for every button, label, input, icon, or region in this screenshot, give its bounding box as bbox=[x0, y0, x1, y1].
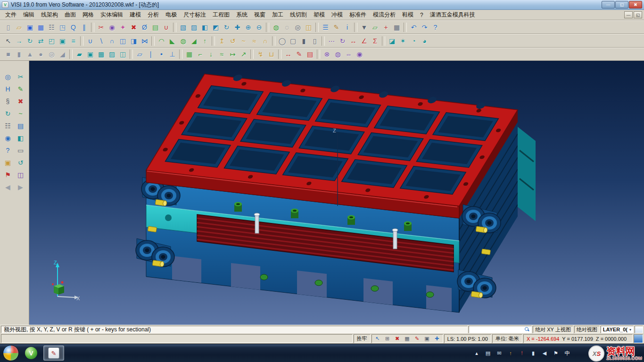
layer-combo[interactable]: LAYER_0( ▾ bbox=[601, 326, 634, 333]
cycle-arrows-icon[interactable]: ↻ bbox=[2, 108, 14, 119]
undo-icon[interactable]: ↶ bbox=[408, 22, 419, 33]
mdi-restore-button[interactable]: ◱ bbox=[634, 11, 642, 18]
grid-mode-icon[interactable]: ▦ bbox=[403, 335, 412, 343]
mold-base-icon[interactable]: ▦ bbox=[184, 49, 195, 60]
zoom-window-icon[interactable]: ◎ bbox=[2, 71, 14, 82]
cylinder-primitive-icon[interactable]: ▮ bbox=[14, 49, 25, 60]
help-icon[interactable]: ? bbox=[430, 22, 441, 33]
boolean-subtract-icon[interactable]: ∖ bbox=[96, 35, 107, 47]
menu-shoe-mold[interactable]: 鞋模 bbox=[399, 10, 417, 20]
erase-icon[interactable]: ✖ bbox=[15, 96, 26, 107]
selection-filter-icon[interactable]: ▼ bbox=[359, 22, 370, 33]
parting-surface-icon[interactable]: ⌐ bbox=[195, 49, 206, 60]
chamfer-icon[interactable]: ◣ bbox=[167, 35, 178, 47]
extrude-icon[interactable]: ↥ bbox=[216, 35, 227, 47]
menu-help[interactable]: ? bbox=[417, 11, 427, 19]
scissors-trim-icon[interactable]: ✂ bbox=[15, 71, 26, 82]
bom-table-icon[interactable]: ▤ bbox=[305, 49, 315, 60]
workplane-icon[interactable]: ▱ bbox=[370, 22, 380, 33]
image-capture-icon[interactable]: ◫ bbox=[15, 169, 26, 181]
calculator-icon[interactable]: ▤ bbox=[150, 22, 161, 33]
split-body-icon[interactable]: ◫ bbox=[117, 35, 128, 47]
menu-drawing[interactable]: 工程图 bbox=[209, 10, 233, 20]
datum-point-icon[interactable]: • bbox=[156, 49, 167, 60]
snapshot-icon[interactable]: ◉ bbox=[354, 49, 365, 60]
redo-icon[interactable]: ↷ bbox=[419, 22, 430, 33]
edit-curve-icon[interactable]: ~ bbox=[15, 108, 26, 119]
nav-back-icon[interactable]: ◀ bbox=[2, 181, 14, 193]
solid-from-profile-icon[interactable]: ▰ bbox=[74, 49, 85, 60]
datum-axis-icon[interactable]: | bbox=[145, 49, 156, 60]
view-side-icon[interactable]: ◧ bbox=[199, 22, 210, 33]
menu-mold-flow[interactable]: 模流分析 bbox=[370, 10, 399, 20]
mdi-minimize-button[interactable]: — bbox=[624, 11, 633, 18]
messenger-tray-icon[interactable]: ✉ bbox=[495, 348, 504, 358]
wedge-primitive-icon[interactable]: ◢ bbox=[57, 49, 68, 60]
rib-icon[interactable]: ▯ bbox=[309, 35, 320, 47]
attributes-icon[interactable]: ✎ bbox=[331, 22, 342, 33]
cavity-icon[interactable]: ▩ bbox=[96, 49, 107, 60]
menu-wire-edm[interactable]: 线切割 bbox=[287, 10, 310, 20]
torus-primitive-icon[interactable]: ◎ bbox=[46, 49, 57, 60]
nav-forward-icon[interactable]: ▶ bbox=[15, 181, 26, 193]
ime-ch-icon[interactable]: 中 bbox=[563, 348, 571, 358]
mass-properties-icon[interactable]: Σ bbox=[370, 35, 380, 47]
box-primitive-icon[interactable]: ■ bbox=[3, 49, 14, 60]
layer-color-swatch[interactable] bbox=[635, 326, 643, 333]
viewport-3d[interactable]: Z Z X bbox=[29, 61, 644, 325]
shell-icon[interactable]: ◍ bbox=[178, 35, 189, 47]
open-file-icon[interactable]: ▱ bbox=[14, 22, 25, 33]
view-top-icon[interactable]: ▧ bbox=[178, 22, 189, 33]
electrode-holder-icon[interactable]: ⊔ bbox=[266, 49, 277, 60]
save-icon[interactable]: ▣ bbox=[25, 22, 35, 33]
measure-icon[interactable]: Ø bbox=[139, 22, 150, 33]
flag-icon[interactable]: ⚑ bbox=[2, 169, 14, 181]
cut-icon[interactable]: ✂ bbox=[96, 22, 107, 33]
camera-icon[interactable]: ◉ bbox=[107, 22, 117, 33]
clamp-toggle[interactable]: 拴牢 bbox=[354, 334, 371, 343]
zoom-out-icon[interactable]: ⊖ bbox=[254, 22, 264, 33]
measure-h-icon[interactable]: H bbox=[2, 83, 14, 95]
select-icon[interactable]: ↖ bbox=[3, 35, 14, 47]
properties-icon[interactable]: i bbox=[342, 22, 353, 33]
status-corner-icon[interactable] bbox=[634, 334, 643, 343]
update-tray-icon[interactable]: ↑ bbox=[506, 348, 515, 358]
menu-mesh[interactable]: 网格 bbox=[79, 10, 97, 20]
lifter-icon[interactable]: ↗ bbox=[238, 49, 249, 60]
pattern-linear-icon[interactable]: ⋯ bbox=[326, 35, 337, 47]
network-tray-icon[interactable]: ▮ bbox=[529, 348, 537, 358]
shaded-view-icon[interactable]: ◍ bbox=[271, 22, 281, 33]
grid-toggle-icon[interactable]: ▦ bbox=[391, 22, 402, 33]
pause-icon[interactable]: ∥ bbox=[79, 22, 90, 33]
layer-lock-icon[interactable]: ▣ bbox=[422, 335, 432, 343]
add-mode-icon[interactable]: ✚ bbox=[432, 335, 442, 343]
pocket-icon[interactable]: ▢ bbox=[288, 35, 298, 47]
trim-body-icon[interactable]: ◨ bbox=[128, 35, 139, 47]
layer-manager-icon[interactable]: ☰ bbox=[320, 22, 331, 33]
cooling-channel-icon[interactable]: ≈ bbox=[216, 49, 227, 60]
view-pan-icon[interactable]: ✚ bbox=[232, 22, 243, 33]
menu-solid-edit[interactable]: 实体编辑 bbox=[97, 10, 126, 20]
menu-stamping-die[interactable]: 冲模 bbox=[328, 10, 346, 20]
taskbar-app-visi[interactable]: V bbox=[21, 346, 41, 361]
zoom-in-icon[interactable]: ⊕ bbox=[243, 22, 254, 33]
sweep-icon[interactable]: ~ bbox=[238, 35, 249, 47]
search-input[interactable] bbox=[470, 327, 524, 332]
volume-tray-icon[interactable]: ◀ bbox=[540, 348, 549, 358]
solid-cube-icon[interactable]: ◧ bbox=[15, 132, 26, 144]
boolean-union-icon[interactable]: ∪ bbox=[85, 35, 96, 47]
pipe-icon[interactable]: ∩ bbox=[260, 35, 271, 47]
datum-plane-icon[interactable]: ▱ bbox=[134, 49, 145, 60]
boolean-intersect-icon[interactable]: ∩ bbox=[107, 35, 117, 47]
menu-analysis[interactable]: 分析 bbox=[144, 10, 162, 20]
electrode-icon[interactable]: ↯ bbox=[255, 49, 266, 60]
dynamic-section-icon[interactable]: ◫ bbox=[303, 22, 314, 33]
search-magnifier-icon[interactable] bbox=[525, 327, 529, 332]
link-chain-icon[interactable]: § bbox=[2, 96, 14, 107]
close-button[interactable]: ✖ bbox=[629, 1, 642, 8]
stitch-icon[interactable]: ⋈ bbox=[139, 35, 150, 47]
fillet-icon[interactable]: ◠ bbox=[156, 35, 167, 47]
magnet-icon[interactable]: ∪ bbox=[161, 22, 172, 33]
sphere-primitive-icon[interactable]: ● bbox=[35, 49, 46, 60]
select-mode-icon[interactable]: ↖ bbox=[373, 335, 382, 343]
